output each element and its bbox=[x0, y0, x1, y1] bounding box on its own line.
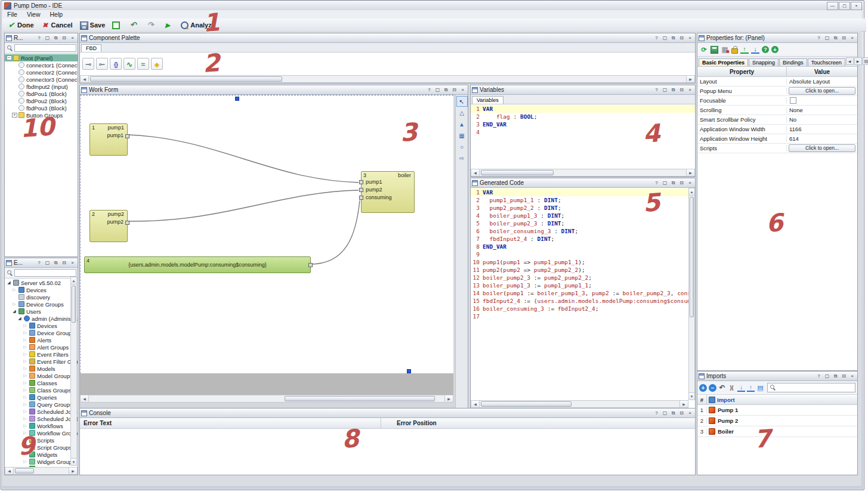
generated-code-h-scrollbar[interactable]: ◀ ▶ bbox=[471, 400, 688, 408]
property-value[interactable]: No bbox=[787, 116, 857, 123]
property-value-checkbox[interactable] bbox=[790, 97, 796, 104]
generated-code-v-scrollbar[interactable]: ▲ ▼ bbox=[688, 188, 695, 400]
toolbar-cancel-button[interactable]: Cancel bbox=[41, 21, 73, 29]
wire-tool[interactable] bbox=[123, 58, 135, 70]
properties-header[interactable]: Properties for: (Panel) ?▢⧉⊟× bbox=[697, 33, 857, 43]
scroll-up-icon[interactable]: ▲ bbox=[689, 188, 694, 196]
scroll-left-icon[interactable]: ◀ bbox=[81, 395, 89, 402]
expander-icon[interactable] bbox=[23, 438, 27, 443]
expander-icon[interactable] bbox=[23, 373, 27, 378]
explorer-item[interactable]: Query Groups bbox=[5, 401, 78, 408]
output-port[interactable] bbox=[125, 134, 129, 138]
explorer-item[interactable]: Devices bbox=[5, 286, 78, 293]
generated-code-editor[interactable]: 1VAR2 pump1_pump1_1 : DINT;3 pump2_pump2… bbox=[471, 188, 688, 400]
dock-icon[interactable]: ⊟ bbox=[678, 410, 685, 417]
undo-icon[interactable] bbox=[718, 384, 726, 392]
root-tree-header[interactable]: R... ?▢⧉⊟× bbox=[5, 33, 78, 43]
save-icon[interactable] bbox=[711, 46, 718, 54]
close-button[interactable]: × bbox=[851, 2, 862, 10]
explorer-item[interactable]: Scheduled Job Groups bbox=[5, 415, 78, 422]
float-icon[interactable]: ⧉ bbox=[669, 35, 677, 42]
scrollbar-track[interactable] bbox=[480, 401, 679, 407]
float-icon[interactable]: ⧉ bbox=[52, 259, 60, 267]
toolbar-redo-button[interactable] bbox=[146, 21, 156, 29]
maximize-icon[interactable]: ▢ bbox=[434, 86, 441, 94]
scroll-right-icon[interactable]: ▶ bbox=[444, 395, 453, 402]
root-tree-item[interactable]: fbdPou3 (Block) bbox=[5, 104, 78, 112]
fbd-block-expression[interactable]: 4 {users.admin.models.modelPump:consumin… bbox=[84, 256, 311, 273]
expander-icon[interactable] bbox=[23, 366, 27, 371]
expander-icon[interactable] bbox=[7, 55, 11, 60]
expander-icon[interactable] bbox=[23, 423, 27, 428]
scroll-right-icon[interactable]: ▶ bbox=[69, 468, 77, 474]
console-header[interactable]: Console ?▢⧉⊟× bbox=[80, 409, 695, 418]
brackets-icon[interactable] bbox=[728, 384, 736, 392]
explorer-item[interactable]: Alerts bbox=[5, 336, 78, 344]
selection-handle[interactable] bbox=[407, 369, 411, 373]
variables-header[interactable]: Variables ?▢⧉⊟× bbox=[471, 85, 695, 95]
toolbar-analyze-button[interactable]: Analyze bbox=[181, 21, 215, 29]
tab-fbd[interactable]: FBD bbox=[81, 44, 101, 52]
tab-snapping[interactable]: Snapping bbox=[749, 58, 779, 66]
tab-variables[interactable]: Variables bbox=[472, 96, 503, 104]
titlebar[interactable]: Pump Demo - IDE —▢× bbox=[2, 1, 863, 10]
explorer-item[interactable]: Workflows bbox=[5, 422, 78, 429]
expander-icon[interactable] bbox=[23, 459, 27, 464]
import-row[interactable]: 3Boiler bbox=[697, 426, 857, 437]
toolbar-done-button[interactable]: Done bbox=[7, 21, 34, 29]
expander-icon[interactable] bbox=[23, 395, 27, 400]
menu-help[interactable]: Help bbox=[45, 10, 68, 18]
dock-icon[interactable]: ⊟ bbox=[840, 35, 848, 42]
sync-icon[interactable] bbox=[700, 45, 708, 54]
export-icon[interactable] bbox=[747, 384, 755, 392]
scrollbar-thumb[interactable] bbox=[72, 286, 76, 323]
property-value[interactable]: None bbox=[787, 107, 857, 113]
tab-scroll-left-icon[interactable] bbox=[846, 57, 854, 65]
minimize-button[interactable]: — bbox=[827, 2, 838, 10]
multi-wire-tool[interactable] bbox=[137, 58, 149, 70]
tab-touchscreen[interactable]: Touchscreen bbox=[808, 58, 845, 66]
expander-icon[interactable] bbox=[17, 316, 22, 321]
scrollbar-thumb[interactable] bbox=[481, 401, 572, 407]
explorer-item[interactable]: Scripts bbox=[5, 437, 78, 444]
dock-icon[interactable]: ⊟ bbox=[60, 259, 68, 267]
expander-icon[interactable] bbox=[23, 338, 27, 342]
scroll-left-icon[interactable]: ◀ bbox=[5, 468, 14, 474]
explorer-item[interactable]: Script Groups bbox=[5, 444, 78, 451]
variables-editor[interactable]: 1VAR2 flag : BOOL;3END_VAR4 bbox=[471, 104, 695, 169]
expander-icon[interactable] bbox=[23, 345, 27, 349]
label-tool[interactable] bbox=[151, 58, 163, 70]
root-tree-search-input[interactable] bbox=[14, 44, 76, 52]
palette-h-scrollbar[interactable]: ◀ ▶ bbox=[80, 75, 695, 83]
float-icon[interactable]: ⧉ bbox=[832, 35, 839, 42]
dock-icon[interactable]: ⊟ bbox=[678, 180, 685, 187]
dock-icon[interactable]: ⊟ bbox=[60, 35, 68, 42]
expander-icon[interactable] bbox=[12, 113, 17, 117]
property-value[interactable]: 1166 bbox=[787, 126, 857, 132]
variables-h-scrollbar[interactable]: ◀ ▶ bbox=[471, 169, 695, 177]
help-icon[interactable]: ? bbox=[35, 259, 43, 267]
dock-icon[interactable]: ⊟ bbox=[840, 373, 848, 380]
remove-circle-icon[interactable] bbox=[709, 384, 716, 392]
import-row[interactable]: 1Pump 1 bbox=[697, 405, 857, 416]
help-icon[interactable]: ? bbox=[35, 35, 43, 42]
scrollbar-track[interactable] bbox=[689, 196, 694, 392]
explorer-item[interactable]: Widgets bbox=[5, 451, 78, 458]
explorer-search-input[interactable] bbox=[14, 269, 76, 277]
tab-bindings[interactable]: Bindings bbox=[779, 58, 807, 66]
output-port[interactable] bbox=[308, 263, 313, 267]
close-icon[interactable]: × bbox=[69, 35, 76, 42]
maximize-icon[interactable]: ▢ bbox=[823, 373, 831, 380]
scroll-down-icon[interactable]: ▼ bbox=[71, 458, 76, 465]
scrollbar-track[interactable] bbox=[480, 169, 686, 176]
explorer-item[interactable]: Event Filter Groups bbox=[5, 358, 78, 365]
scroll-down-icon[interactable]: ▼ bbox=[689, 392, 694, 400]
scroll-left-icon[interactable]: ◀ bbox=[471, 401, 480, 407]
toolbar-run-button[interactable] bbox=[163, 21, 174, 29]
dock-icon[interactable]: ⊟ bbox=[450, 86, 458, 94]
selection-handle[interactable] bbox=[235, 97, 239, 101]
import-row[interactable]: 2Pump 2 bbox=[697, 416, 857, 426]
add-icon[interactable] bbox=[771, 46, 779, 53]
close-icon[interactable]: × bbox=[459, 86, 467, 94]
close-icon[interactable]: × bbox=[686, 180, 694, 187]
